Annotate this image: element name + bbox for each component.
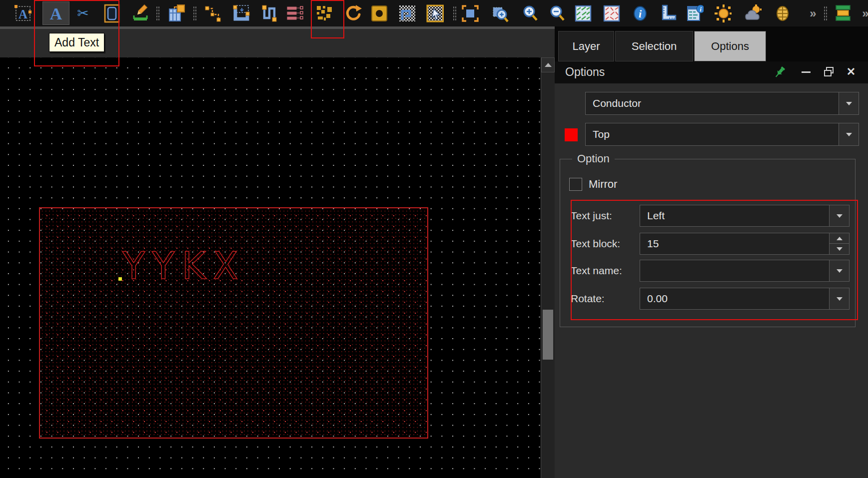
design-canvas[interactable]: YYKX (0, 57, 541, 478)
chevron-down-icon (837, 269, 843, 273)
hatch-green-icon[interactable] (574, 4, 592, 23)
dropdown-button[interactable] (829, 205, 849, 226)
route-path-icon[interactable] (204, 4, 222, 23)
frame-icon[interactable] (103, 4, 121, 23)
zoom-out-icon[interactable] (548, 4, 566, 23)
panel-title: Options (565, 65, 605, 79)
chevron-down-icon (846, 133, 852, 136)
text-block-spinner[interactable]: 15 (640, 233, 850, 255)
shade-sphere-icon[interactable] (773, 4, 791, 23)
toolbar-separator (193, 6, 197, 21)
dcode-pattern-icon[interactable] (315, 4, 333, 23)
polygon-select-icon[interactable] (426, 4, 444, 23)
zoom-window-icon[interactable] (491, 4, 509, 23)
copy-table-icon[interactable] (167, 4, 185, 23)
pad-icon[interactable] (370, 4, 388, 23)
chevron-up-icon (837, 237, 843, 240)
layer-dropdown[interactable]: Top (585, 123, 859, 146)
select-text-icon[interactable]: A (14, 4, 32, 23)
region-copy-icon[interactable] (232, 4, 250, 23)
dropdown-button[interactable] (829, 288, 849, 309)
overflow-chevron-icon[interactable]: » (807, 4, 819, 23)
restore-icon (823, 66, 835, 78)
close-button[interactable]: ✕ (844, 64, 859, 79)
netlist-icon[interactable] (286, 4, 304, 23)
dropdown-button[interactable] (829, 260, 849, 281)
draw-dimension-icon[interactable] (132, 4, 150, 23)
spinner-up-button[interactable] (829, 233, 849, 244)
panel-tab-bar: Layer Selection Options (555, 26, 868, 61)
rotate-label: Rotate: (571, 288, 605, 310)
layer-stack-icon[interactable] (834, 4, 852, 23)
mirror-checkbox[interactable] (569, 178, 582, 191)
tab-layer[interactable]: Layer (558, 31, 614, 61)
chevron-down-icon (837, 297, 843, 301)
wedge-icon[interactable] (0, 4, 10, 23)
report-info-icon[interactable]: i (686, 4, 704, 23)
toolbar-separator (824, 6, 828, 21)
close-icon: ✕ (847, 65, 856, 78)
tab-selection[interactable]: Selection (615, 31, 693, 61)
toolbar-separator (156, 6, 160, 21)
layer-color-swatch[interactable] (565, 128, 578, 141)
u-route-icon[interactable] (260, 4, 278, 23)
highlight-sun-icon[interactable] (714, 4, 732, 23)
canvas-vertical-scrollbar[interactable] (541, 57, 555, 478)
minimize-button[interactable] (799, 64, 814, 79)
tab-options[interactable]: Options (694, 31, 766, 61)
text-just-dropdown[interactable]: Left (640, 205, 850, 227)
chevron-down-icon (837, 214, 843, 218)
selected-board-region[interactable] (39, 207, 428, 439)
mirror-label: Mirror (589, 178, 617, 191)
scroll-up-arrow-icon (545, 63, 552, 67)
option-group-label: Option (572, 152, 615, 165)
minimize-icon (802, 71, 811, 73)
chevron-down-icon (837, 247, 843, 251)
overflow-chevron-icon[interactable]: » (861, 4, 868, 23)
text-block-label: Text block: (571, 233, 620, 255)
add-text-tooltip: Add Text (49, 33, 104, 52)
main-toolbar: A A ✂ (0, 0, 868, 26)
svg-text:A: A (50, 4, 62, 23)
layer-type-dropdown[interactable]: Conductor (585, 92, 859, 115)
zoom-extents-icon[interactable] (461, 4, 479, 23)
options-panel-body: Conductor Top Option Mirror Text just: L… (555, 83, 868, 478)
options-panel-header: Options ✕ (555, 61, 868, 83)
dim-sun-cloud-icon[interactable] (744, 4, 762, 23)
svg-text:YYKX: YYKX (122, 246, 245, 287)
dropdown-button[interactable] (839, 123, 859, 145)
zoom-in-icon[interactable] (521, 4, 539, 23)
toolbar-separator (453, 6, 457, 21)
hatch-red-icon[interactable] (602, 4, 620, 23)
text-name-label: Text name: (571, 260, 622, 282)
svg-text:i: i (639, 7, 642, 20)
svg-text:A: A (18, 7, 27, 21)
pin-icon[interactable] (773, 64, 788, 79)
scrollbar-thumb[interactable] (543, 310, 553, 360)
spinner-down-button[interactable] (829, 244, 849, 254)
rotate-icon[interactable] (344, 4, 362, 23)
text-just-label: Text just: (571, 205, 612, 227)
text-name-dropdown[interactable] (640, 260, 850, 282)
svg-text:i: i (700, 5, 702, 13)
rotate-dropdown[interactable]: 0.00 (640, 288, 850, 310)
cut-icon[interactable]: ✂ (74, 4, 92, 23)
scroll-up-button[interactable] (541, 57, 555, 72)
chevron-down-icon (846, 102, 852, 105)
ruler-icon[interactable] (659, 4, 677, 23)
polygon-fill-icon[interactable] (398, 4, 416, 23)
dropdown-button[interactable] (839, 92, 859, 114)
info-icon[interactable]: i (631, 4, 649, 23)
canvas-text[interactable]: YYKX (121, 246, 271, 291)
restore-button[interactable] (822, 64, 837, 79)
text-insert-marker (118, 277, 122, 281)
add-text-icon[interactable]: A (42, 1, 69, 25)
